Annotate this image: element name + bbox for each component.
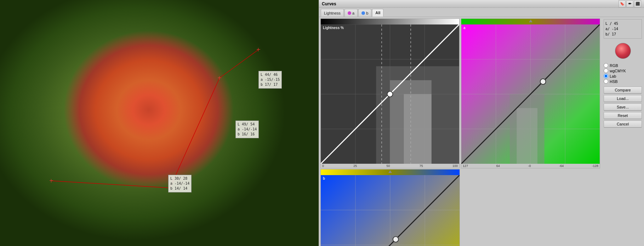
lightness-curve-box: Lightness %	[320, 18, 460, 168]
sample-cursor	[257, 48, 260, 51]
curves-content: Lightness %	[319, 17, 602, 246]
svg-point-18	[387, 91, 393, 97]
curve-row-bottom: b	[320, 169, 600, 246]
sample-point-1	[218, 76, 221, 80]
tab-all-label: All	[375, 11, 380, 15]
curves-panel: Curves 🔖 ✏ ⬛ Lightness a b All	[319, 0, 644, 246]
color-preview	[615, 43, 631, 59]
info-b: 17	[612, 32, 616, 36]
info-L: 45	[614, 22, 618, 26]
curve-row-top: Lightness %	[320, 18, 600, 168]
b-gradient-bar	[321, 169, 460, 175]
b-label: b	[323, 177, 325, 180]
reset-button[interactable]: Reset	[604, 112, 642, 119]
tab-a-label: a	[352, 11, 354, 15]
a-axis: 127 64 -0 -64 -128	[461, 164, 600, 168]
save-button[interactable]: Save...	[604, 104, 642, 111]
expand-icon[interactable]: ⬛	[634, 0, 641, 7]
curves-tabs: Lightness a b All	[319, 8, 644, 17]
tab-b-label: b	[366, 11, 368, 15]
curves-main: Lightness %	[319, 17, 644, 246]
svg-point-38	[393, 236, 399, 242]
lightness-gradient-bar	[321, 19, 459, 24]
tab-lightness-label: Lightness	[324, 11, 341, 15]
b-curve-svg	[321, 175, 460, 246]
curves-sidebar: L / 45 a/ -14 b/ 17 RGB wgCMYK Lab HSB	[602, 17, 644, 246]
a-curve-chart[interactable]: a	[461, 24, 600, 164]
a-curve-svg	[461, 24, 600, 164]
tab-all[interactable]: All	[372, 9, 383, 17]
lightness-axis: 0 25 50 75 100	[321, 164, 459, 168]
compare-button[interactable]: Compare	[604, 86, 642, 94]
panel-title: Curves	[322, 1, 336, 6]
radio-hsb[interactable]: HSB	[604, 79, 642, 84]
radio-rgb[interactable]: RGB	[604, 63, 642, 68]
flower-image	[0, 0, 319, 246]
info-display: L / 45 a/ -14 b/ 17	[604, 19, 642, 39]
svg-rect-28	[517, 108, 537, 164]
empty-slot	[461, 169, 600, 246]
lightness-label: Lightness %	[323, 26, 344, 30]
sample-point-3	[50, 179, 53, 183]
a-curve-box: a	[461, 18, 600, 168]
b-curve-box: b	[320, 169, 460, 246]
info-a: -14	[612, 27, 618, 31]
svg-rect-15	[404, 94, 432, 164]
sample-tooltip-3: L 30/ 28 a -14/-14 b 14/ 14	[168, 175, 192, 192]
b-curve-chart[interactable]: b	[321, 175, 460, 246]
a-label: a	[463, 26, 466, 30]
bookmark-icon[interactable]: 🔖	[619, 0, 626, 7]
pencil-icon[interactable]: ✏	[626, 0, 633, 7]
tab-a[interactable]: a	[344, 9, 358, 17]
tab-a-dot	[348, 11, 351, 15]
a-marker	[529, 19, 532, 22]
sample-tooltip-2: L 49/ 54 a -14/-14 b 16/ 16	[235, 121, 259, 138]
a-gradient-bar	[461, 19, 600, 24]
tab-b-dot	[361, 11, 365, 15]
image-panel: L 44/ 46 a -15/-15 b 17/ 17 L 49/ 54 a -…	[0, 0, 319, 246]
color-mode-group: RGB wgCMYK Lab HSB	[604, 62, 642, 85]
tab-lightness[interactable]: Lightness	[321, 9, 344, 17]
load-button[interactable]: Load...	[604, 95, 642, 102]
sample-tooltip-1: L 44/ 46 a -15/-15 b 17/ 17	[258, 71, 282, 89]
lightness-curve-chart[interactable]: Lightness %	[321, 24, 459, 164]
radio-wgcmyk[interactable]: wgCMYK	[604, 68, 642, 73]
lightness-curve-svg	[321, 24, 459, 164]
svg-point-29	[540, 79, 546, 84]
radio-lab[interactable]: Lab	[604, 74, 642, 78]
curves-titlebar: Curves 🔖 ✏ ⬛	[319, 0, 644, 8]
tab-b[interactable]: b	[358, 9, 371, 17]
b-marker	[388, 170, 392, 173]
cancel-button[interactable]: Cancel	[604, 121, 642, 128]
